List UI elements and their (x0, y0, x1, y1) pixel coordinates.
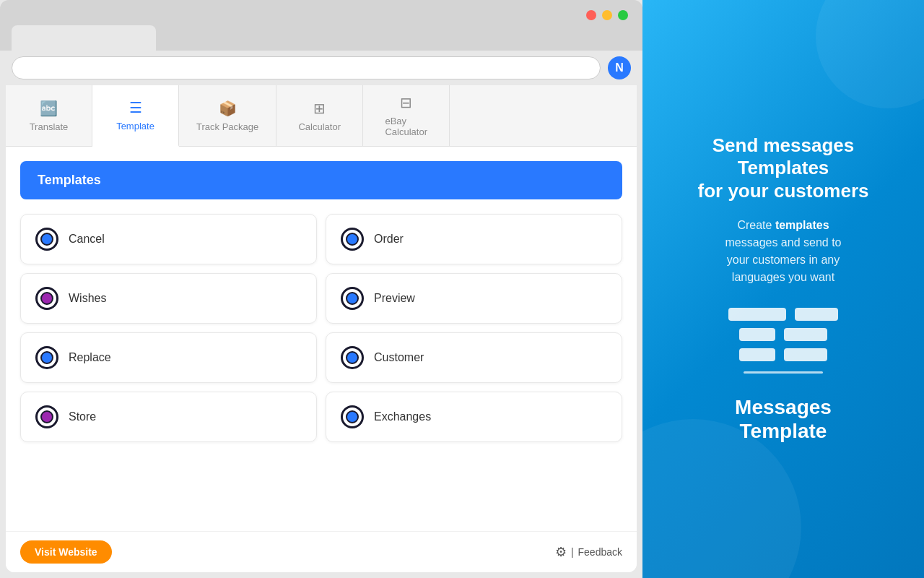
cancel-label: Cancel (69, 233, 105, 246)
ebay-calculator-icon: ⊟ (400, 94, 412, 111)
template-card-wishes[interactable]: Wishes (20, 273, 317, 324)
gear-icon: ⚙ (555, 544, 567, 560)
template-icon: ☰ (129, 99, 142, 116)
customer-radio-icon (341, 346, 364, 369)
tab-track-package[interactable]: 📦 Track Package (179, 85, 276, 146)
line-block (728, 308, 786, 321)
tab-track-package-label: Track Package (196, 121, 258, 132)
calculator-icon: ⊞ (313, 100, 326, 117)
left-panel: N 🔤 Translate ☰ Template 📦 Track Package… (0, 0, 642, 578)
right-panel: Send messagesTemplatesfor your customers… (642, 0, 924, 578)
template-card-store[interactable]: Store (20, 392, 317, 442)
templates-grid: Cancel Order Wishes Preview (20, 214, 622, 442)
tab-translate[interactable]: 🔤 Translate (6, 85, 92, 146)
template-card-order[interactable]: Order (326, 214, 622, 264)
promo-subtitle: Create templates messages and send to yo… (725, 217, 842, 286)
line-block (739, 348, 775, 361)
visit-website-button[interactable]: Visit Website (20, 540, 112, 564)
order-radio-icon (341, 228, 364, 251)
nav-icon[interactable]: N (608, 56, 631, 79)
tab-template-label: Template (116, 121, 154, 131)
replace-radio-icon (35, 346, 58, 369)
track-package-icon: 📦 (219, 100, 237, 117)
preview-label: Preview (374, 292, 415, 305)
templates-header: Templates (20, 161, 622, 199)
browser-chrome (0, 0, 642, 51)
line-single (744, 371, 823, 374)
translate-icon: 🔤 (40, 100, 58, 117)
template-card-customer[interactable]: Customer (326, 332, 622, 383)
tab-calculator[interactable]: ⊞ Calculator (276, 85, 363, 146)
feedback-label: Feedback (578, 546, 622, 558)
address-bar-area: N (0, 51, 642, 85)
promo-bottom-title: MessagesTemplate (735, 395, 832, 444)
preview-radio-icon (341, 287, 364, 310)
replace-label: Replace (69, 351, 111, 364)
template-card-replace[interactable]: Replace (20, 332, 317, 383)
template-card-cancel[interactable]: Cancel (20, 214, 317, 264)
line-row-2 (728, 328, 838, 341)
template-card-exchanges[interactable]: Exchanges (326, 392, 622, 442)
tab-template[interactable]: ☰ Template (92, 85, 179, 147)
browser-tab[interactable] (12, 25, 156, 51)
cancel-radio-icon (35, 228, 58, 251)
store-radio-icon (35, 405, 58, 428)
exchanges-radio-icon (341, 405, 364, 428)
line-block (784, 348, 827, 361)
tab-calculator-label: Calculator (298, 121, 341, 132)
app-container: 🔤 Translate ☰ Template 📦 Track Package ⊞… (6, 85, 637, 572)
feedback-divider: | (571, 546, 574, 558)
tab-translate-label: Translate (30, 121, 69, 132)
line-row-1 (728, 308, 838, 321)
line-block (795, 308, 838, 321)
exchanges-label: Exchanges (374, 410, 431, 423)
customer-label: Customer (374, 351, 424, 364)
feedback-area[interactable]: ⚙ | Feedback (555, 544, 622, 560)
order-label: Order (374, 233, 404, 246)
store-label: Store (69, 410, 96, 423)
minimize-button[interactable] (602, 10, 612, 20)
address-bar[interactable] (12, 56, 601, 79)
line-block (784, 328, 827, 341)
wishes-radio-icon (35, 287, 58, 310)
close-button[interactable] (586, 10, 596, 20)
tabs-bar: 🔤 Translate ☰ Template 📦 Track Package ⊞… (6, 85, 637, 147)
template-card-preview[interactable]: Preview (326, 273, 622, 324)
lines-illustration (728, 308, 838, 374)
tab-ebay-calculator-label: eBayCalculator (385, 116, 427, 137)
line-block (739, 328, 775, 341)
app-footer: Visit Website ⚙ | Feedback (6, 531, 637, 572)
content-area: Templates Cancel Order Wishes (6, 147, 637, 531)
line-row-3 (728, 348, 838, 361)
maximize-button[interactable] (618, 10, 628, 20)
promo-title: Send messagesTemplatesfor your customers (698, 134, 869, 202)
traffic-lights (586, 10, 628, 20)
wishes-label: Wishes (69, 292, 106, 305)
tab-ebay-calculator[interactable]: ⊟ eBayCalculator (363, 85, 450, 146)
